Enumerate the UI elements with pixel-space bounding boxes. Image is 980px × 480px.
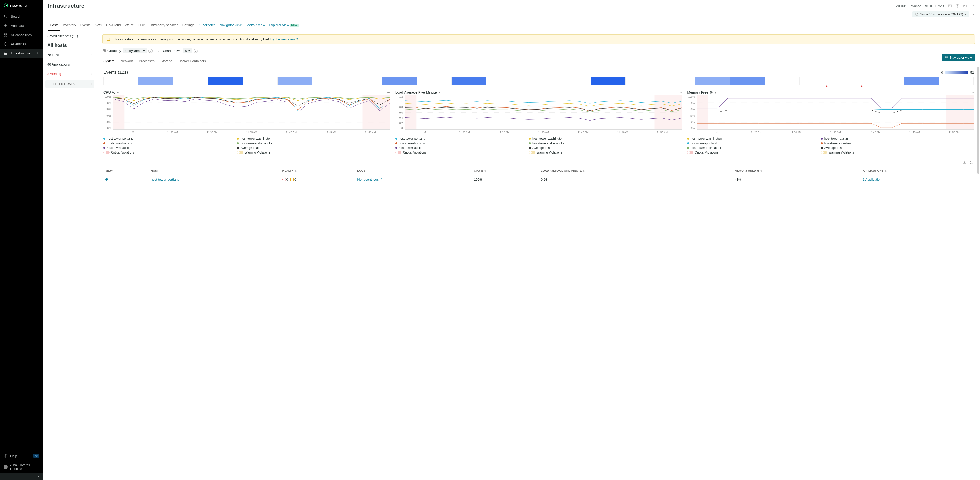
time-range-picker[interactable]: Since 30 minutes ago (GMT+2) ▾	[912, 11, 969, 17]
col-logs[interactable]: LOGS	[355, 167, 472, 175]
nrql-icon[interactable]	[948, 4, 952, 8]
subtab-network[interactable]: Network	[121, 57, 133, 66]
toggle-warning[interactable]: Warning Violations	[237, 151, 366, 154]
col-memory-used-[interactable]: MEMORY USED % ⇅	[733, 167, 861, 175]
legend-item[interactable]: Average of all	[821, 146, 950, 150]
chart-menu[interactable]: ⋯	[387, 91, 390, 94]
legend-item[interactable]: host-tower-portland	[103, 137, 232, 140]
tab-lookout-view[interactable]: Lookout view	[243, 20, 267, 31]
legend-item[interactable]: host-tower-houston	[821, 141, 950, 145]
toggle-warning[interactable]: Warning Violations	[821, 151, 950, 154]
heatmap-cell[interactable]	[521, 77, 556, 85]
heatmap-cell[interactable]	[625, 77, 660, 85]
tab-aws[interactable]: AWS	[92, 20, 104, 31]
chart-shows-control[interactable]: Chart shows 5 ▾ ?	[158, 48, 197, 54]
heatmap-cell[interactable]	[208, 77, 243, 85]
heatmap-cell[interactable]	[312, 77, 347, 85]
expand-icon[interactable]	[970, 161, 974, 165]
toggle-critical[interactable]: Critical Violations	[395, 151, 524, 154]
logs-link[interactable]: No recent logs	[357, 178, 382, 181]
heatmap-cell[interactable]	[347, 77, 382, 85]
apps-link[interactable]: 1 Application	[862, 178, 881, 181]
tab-gcp[interactable]: GCP	[135, 20, 147, 31]
heatmap-cell[interactable]	[382, 77, 417, 85]
help-circle-icon[interactable]: ?	[955, 4, 959, 8]
help-tooltip-icon[interactable]: ?	[148, 49, 153, 53]
chevron-down-icon[interactable]: ▾	[117, 91, 119, 94]
host-link[interactable]: host-tower-portland	[151, 178, 179, 181]
heatmap-cell[interactable]	[278, 77, 312, 85]
export-icon[interactable]	[963, 161, 967, 165]
heatmap-cell[interactable]	[487, 77, 521, 85]
legend-item[interactable]: host-tower-indianapolis	[687, 146, 816, 150]
try-new-view-link[interactable]: Try the new view	[270, 37, 299, 41]
heatmap-cell[interactable]	[243, 77, 278, 85]
time-next[interactable]: ›	[972, 13, 975, 16]
tab-third-party-services[interactable]: Third-party services	[147, 20, 180, 31]
subtab-processes[interactable]: Processes	[139, 57, 154, 66]
nav-search[interactable]: Search	[0, 12, 43, 21]
heatmap-cell[interactable]	[730, 77, 765, 85]
help-tooltip-icon[interactable]: ?	[194, 49, 198, 53]
heatmap-cell[interactable]	[103, 77, 138, 85]
nav-add-data[interactable]: Add data	[0, 21, 43, 30]
legend-item[interactable]: host-tower-washington	[687, 137, 816, 140]
saved-filter-sets[interactable]: Saved filter sets (11) ›	[43, 31, 97, 41]
apps-count[interactable]: 46 Applications ›	[43, 60, 97, 69]
tab-navigator-view[interactable]: Navigator view	[218, 20, 243, 31]
nav-all-capabilities[interactable]: All capabilities	[0, 30, 43, 40]
navigator-view-button[interactable]: Navigator view	[942, 54, 975, 61]
heatmap-cell[interactable]	[765, 77, 800, 85]
chevron-down-icon[interactable]: ▾	[439, 91, 441, 94]
col-load-average-one-minute[interactable]: LOAD AVERAGE ONE MINUTE ⇅	[539, 167, 733, 175]
tab-settings[interactable]: Settings	[180, 20, 197, 31]
col-cpu-[interactable]: CPU % ⇅	[472, 167, 539, 175]
legend-item[interactable]: host-tower-indianapolis	[529, 141, 658, 145]
toggle-critical[interactable]: Critical Violations	[687, 151, 816, 154]
heatmap-cell[interactable]	[417, 77, 452, 85]
legend-item[interactable]: host-tower-portland	[687, 141, 816, 145]
logo[interactable]: new relic	[0, 0, 43, 12]
heatmap-cell[interactable]	[904, 77, 939, 85]
legend-item[interactable]: host-tower-washington	[237, 137, 366, 140]
subtab-system[interactable]: System	[103, 57, 115, 66]
heatmap-cell[interactable]	[173, 77, 208, 85]
tab-azure[interactable]: Azure	[123, 20, 135, 31]
time-prev[interactable]: ‹	[906, 13, 909, 16]
heatmap-cell[interactable]	[591, 77, 625, 85]
sidebar-collapse[interactable]	[0, 474, 43, 480]
chart-menu[interactable]: ⋯	[679, 91, 682, 94]
heatmap-cell[interactable]	[939, 77, 974, 85]
col-health[interactable]: HEALTH ⇅	[280, 167, 355, 175]
col-applications[interactable]: APPLICATIONS ⇅	[861, 167, 974, 175]
heatmap-cell[interactable]	[695, 77, 730, 85]
nav-help[interactable]: ? Help 70	[0, 451, 43, 461]
tab-explorer-view[interactable]: Explorer viewNEW	[267, 20, 301, 31]
tab-events[interactable]: Events	[78, 20, 92, 31]
events-heatmap[interactable]	[103, 77, 974, 85]
heatmap-cell[interactable]	[138, 77, 173, 85]
tab-inventory[interactable]: Inventory	[60, 20, 78, 31]
subtab-storage[interactable]: Storage	[161, 57, 172, 66]
heatmap-cell[interactable]	[452, 77, 487, 85]
link-icon[interactable]	[971, 4, 975, 8]
legend-item[interactable]: Average of all	[237, 146, 366, 150]
legend-item[interactable]: Average of all	[529, 146, 658, 150]
hosts-count[interactable]: 78 Hosts ›	[43, 50, 97, 60]
col-view[interactable]: VIEW	[103, 167, 149, 175]
legend-item[interactable]: host-tower-portland	[395, 137, 524, 140]
alerting-count[interactable]: 3 Alerting 2 1 ›	[43, 69, 97, 79]
legend-item[interactable]: host-tower-austin	[821, 137, 950, 140]
tab-kubernetes[interactable]: Kubernetes	[197, 20, 218, 31]
toggle-warning[interactable]: Warning Violations	[529, 151, 658, 154]
legend-item[interactable]: host-tower-houston	[395, 141, 524, 145]
col-host[interactable]: HOST	[149, 167, 280, 175]
legend-item[interactable]: host-tower-indianapolis	[237, 141, 366, 145]
heatmap-cell[interactable]	[869, 77, 904, 85]
pin-icon[interactable]	[36, 52, 39, 55]
chart-menu[interactable]: ⋯	[970, 91, 974, 94]
heatmap-cell[interactable]	[800, 77, 834, 85]
tab-govcloud[interactable]: GovCloud	[104, 20, 123, 31]
nav-user[interactable]: Alba Oliveros Bautista	[0, 461, 43, 474]
tab-hosts[interactable]: Hosts	[48, 20, 60, 31]
